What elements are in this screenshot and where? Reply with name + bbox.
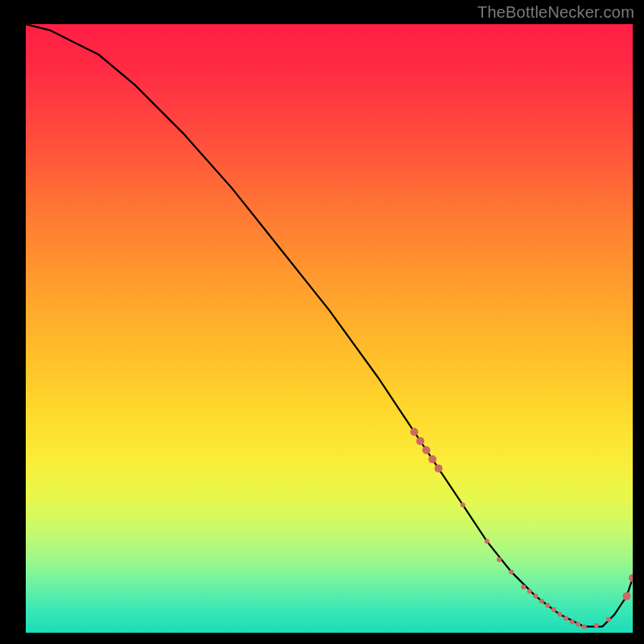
marker-point <box>435 464 443 473</box>
marker-point <box>564 616 568 621</box>
marker-point <box>539 599 544 604</box>
marker-point <box>527 589 532 594</box>
chart-container: TheBottleNecker.com <box>0 0 644 644</box>
marker-point <box>551 607 556 612</box>
marker-point <box>497 557 502 562</box>
marker-point <box>428 456 436 464</box>
marker-point <box>594 623 599 628</box>
curve-svg <box>26 24 633 633</box>
marker-point <box>623 592 631 601</box>
plot-area <box>26 24 633 633</box>
attribution-label: TheBottleNecker.com <box>477 3 634 22</box>
marker-point <box>509 569 514 574</box>
bottleneck-curve-line <box>26 24 633 626</box>
marker-point <box>411 428 419 436</box>
marker-group <box>411 428 633 630</box>
marker-point <box>533 594 538 599</box>
marker-point <box>629 574 633 582</box>
marker-point <box>416 437 424 445</box>
marker-point <box>460 502 465 507</box>
marker-point <box>423 446 431 454</box>
marker-point <box>521 584 526 589</box>
marker-point <box>545 603 550 608</box>
marker-point <box>558 612 563 617</box>
bottleneck-curve-path <box>26 24 633 626</box>
marker-point <box>570 619 575 624</box>
marker-point <box>576 621 580 626</box>
marker-point <box>485 539 489 544</box>
marker-point <box>606 617 611 621</box>
marker-point <box>582 624 587 629</box>
